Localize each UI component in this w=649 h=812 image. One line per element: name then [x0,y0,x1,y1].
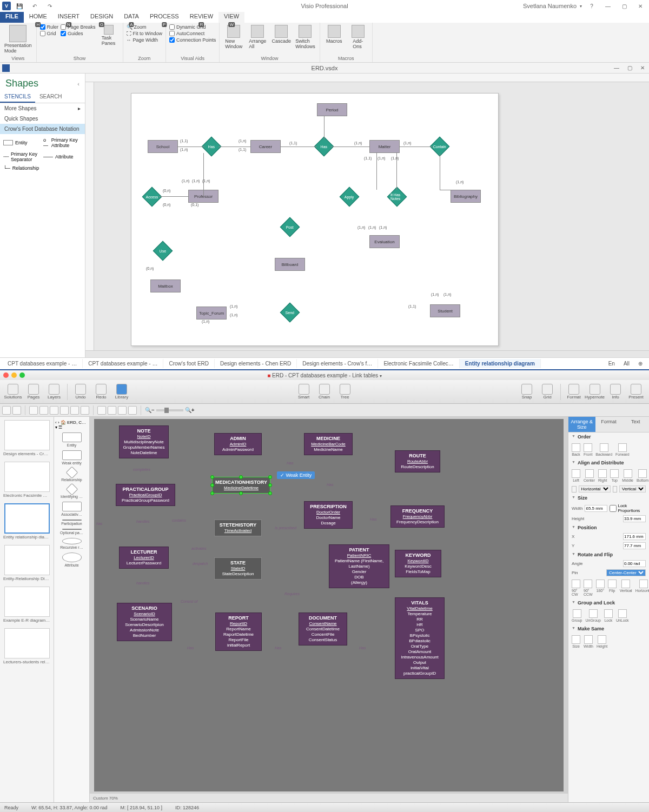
selected-stencil[interactable]: Crow's Foot Database Notation [0,124,85,134]
entity-school[interactable]: School [148,140,178,153]
page-width-button[interactable]: ↔ Page Width [127,37,163,43]
hypernote-button[interactable]: Hypernote [585,384,605,400]
chain-button[interactable]: Chain [315,384,334,400]
autoconnect-check[interactable]: AutoConnect [169,30,216,37]
solution-thumb[interactable] [4,462,50,492]
dynamic-grid-check[interactable]: Dynamic Grid [169,24,216,30]
rel-apply[interactable]: Apply [340,187,360,207]
qat-undo-icon[interactable]: ↶ [28,1,41,11]
entity-billboard[interactable]: Billboard [275,258,305,271]
grid-check[interactable]: Grid [40,30,59,37]
zoom-out-icon[interactable] [97,406,106,415]
visio-canvas[interactable]: Period School Has Career Has Matter Cont… [85,74,649,357]
angle-input[interactable] [623,560,646,567]
cascade-button[interactable]: Cascade [270,24,292,45]
addons-button[interactable]: Add- Ons [347,24,369,50]
pointer-tool[interactable] [2,406,11,415]
page-tab[interactable]: Crow's foot ERD [163,359,215,368]
zoom-minus-icon[interactable]: 🔍− [145,407,155,413]
library-button[interactable]: Library [112,384,131,400]
pages-button[interactable]: Pages [24,384,43,400]
solution-thumb[interactable] [4,587,50,617]
tab-file[interactable]: FILE [0,12,24,23]
entity-medicine[interactable]: MEDICINEMedicineBarCodeMedicineName [304,433,353,455]
minimize-icon[interactable] [11,372,17,378]
order-forward[interactable]: Forward [615,443,630,456]
entity-lecturer[interactable]: LECTURERLecturerIDLecturerPassword [119,547,169,569]
entity-document[interactable]: DOCUMENTConsentNameConsentDatetimeConcen… [299,613,347,645]
entity-report[interactable]: REPORTReportIDReportNameRaportDatetimeRe… [215,613,262,651]
zoom-icon[interactable] [19,372,25,378]
page-tab[interactable]: Design elements - Crow's f… [297,359,378,368]
page-tab-all[interactable]: All [619,361,634,367]
more-shapes[interactable]: More Shapes ▸ [0,103,85,114]
solution-thumb[interactable] [4,545,50,575]
macros-button[interactable]: Macros [323,24,345,45]
page-tab[interactable]: Electronic Facsimile Collec… [378,359,459,368]
rel-access[interactable]: Access [142,187,162,207]
minimize-icon[interactable]: — [601,1,614,11]
entity-career[interactable]: Career [250,140,281,153]
dist-h[interactable]: Horizontal [579,485,611,492]
page-tab[interactable]: CPT databases example - … [83,359,163,368]
redo-button[interactable]: Redo [91,384,111,400]
user-name[interactable]: Svetlana Naumenko [523,3,577,9]
smart-button[interactable]: Smart [294,384,314,400]
solutions-button[interactable]: Solutions [3,384,23,400]
help-icon[interactable]: ? [585,1,598,11]
entity-admin[interactable]: ADMINAdminIDAdminPassword [214,433,262,455]
switch-windows-button[interactable]: Switch Windows [294,24,316,50]
info-button[interactable]: Info [606,384,625,400]
page-tab-en[interactable]: En [604,361,619,367]
entity-topic[interactable]: Topic_Forum [196,307,227,320]
stencil-identifying[interactable]: Identifying … [58,485,86,498]
quick-shapes[interactable]: Quick Shapes [0,114,85,124]
order-backward[interactable]: Backward [595,443,612,456]
task-panes-button[interactable]: Task Panes [98,24,120,47]
grid-button[interactable]: Grid [538,384,557,400]
text-tool[interactable] [12,406,21,415]
fit-window-button[interactable]: ⛶ Fit to Window [127,30,163,37]
entity-evaluation[interactable]: Evaluation [369,235,400,248]
tab-process[interactable]: PROCESSP [144,12,184,23]
rel-hasnotes[interactable]: It Has Notes [387,187,407,207]
lock-proportions[interactable] [610,505,617,512]
qat-redo-icon[interactable]: ↷ [43,1,56,11]
rel-post[interactable]: Post [280,217,300,237]
pin-select[interactable]: Center-Center [606,569,646,576]
entity-matter[interactable]: Matter [369,140,400,153]
format-button[interactable]: Format [564,384,584,400]
entity-medicationhistory-selected[interactable]: MEDICATIONHISTORYMedicineDatetime [212,477,270,494]
entity-note[interactable]: NOTENoteIDMultidisciplinaryNoteGropuMemb… [119,425,169,458]
tab-view[interactable]: VIEWW [218,12,244,23]
tab-insert[interactable]: INSERTN [52,12,85,23]
entity-statehistory[interactable]: STETEHISTORYTimeActivated [214,520,262,536]
order-front[interactable]: Front [584,443,592,456]
y-input[interactable] [623,542,646,549]
tab-review[interactable]: REVIEWR [184,12,218,23]
stencil-weak-entity[interactable]: Weak entity [58,450,86,465]
collapse-icon[interactable]: ‹ [77,81,80,87]
height-input[interactable] [623,515,646,522]
layers-button[interactable]: Layers [44,384,64,400]
page-tab[interactable]: Design elements - Chen ERD [215,359,297,368]
dist-v[interactable]: Vertical [619,485,646,492]
page-tab[interactable]: CPT databases example - … [2,359,83,368]
x-input[interactable] [623,533,646,540]
stencil-attribute[interactable]: Attribute [58,553,86,567]
stencils-tab[interactable]: STENCILS [0,91,35,103]
entity-state[interactable]: STATEStateIDStateDescription [214,557,262,580]
stencil-entity[interactable]: Entity [58,432,86,447]
order-back[interactable]: Back [572,443,580,456]
entity-keyword[interactable]: KEYWORDKeywordIDKeywordDescFieldsToMap [395,550,441,577]
new-window-button[interactable]: New Window [223,24,244,50]
add-page-icon[interactable]: ⊕ [634,361,647,367]
connection-points-check[interactable]: Connection Points [169,37,216,43]
drawing-page[interactable]: Period School Has Career Has Matter Cont… [131,93,499,346]
maximize-icon[interactable]: ▢ [618,1,631,11]
entity-student[interactable]: Student [430,304,460,317]
ruler-check[interactable]: Ruler [40,24,59,30]
entity-mailbox[interactable]: Mailbox [150,279,181,292]
tab-design[interactable]: DESIGNG [85,12,118,23]
tab-home[interactable]: HOMEH [24,12,52,23]
